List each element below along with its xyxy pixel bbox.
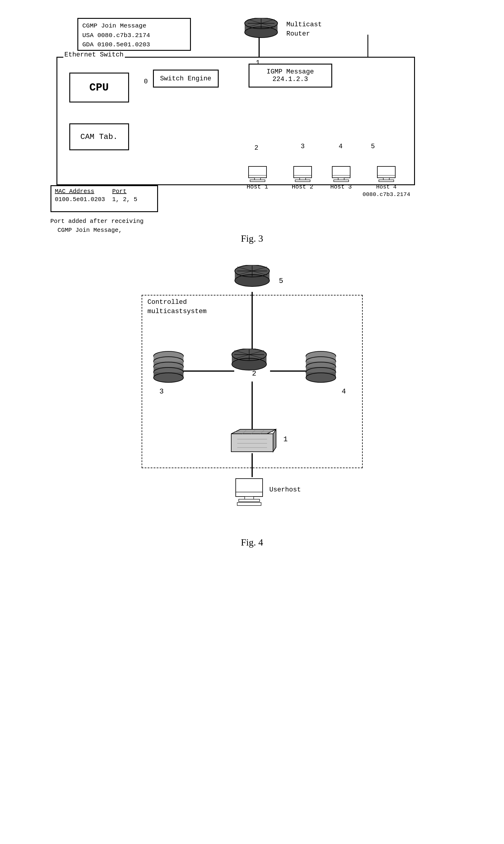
ethernet-switch-label: Ethernet Switch (63, 51, 125, 58)
fig3-container: CGMP Join Message USA 0080.c7b3.2174 GDA… (43, 18, 461, 244)
svg-rect-44 (334, 180, 349, 182)
node2 (228, 349, 270, 376)
mac-col-header: MAC Address (55, 188, 94, 195)
fig4-caption: Fig. 4 (43, 537, 461, 548)
node3 (150, 349, 186, 386)
cam-box: CAM Tab. (69, 123, 129, 150)
svg-marker-91 (273, 429, 276, 452)
host-4-group: Host 4 0080.c7b3.2174 (363, 166, 411, 198)
svg-rect-36 (250, 180, 265, 182)
switch-engine-label: Switch Engine (160, 75, 212, 83)
node1 (225, 428, 279, 459)
mac-table-row: 0100.5e01.0203 1, 2, 5 (55, 196, 154, 203)
fig4-diagram: Controlled multicastsystem (118, 262, 386, 531)
node4-label: 4 (342, 388, 346, 396)
svg-rect-42 (332, 166, 350, 178)
cam-label: CAM Tab. (80, 132, 118, 141)
node5 (231, 265, 273, 292)
host-1-group: Host 1 (247, 166, 268, 190)
host-2-label: Host 2 (292, 183, 313, 190)
svg-rect-38 (294, 166, 311, 178)
host-2-group: Host 2 (292, 166, 313, 190)
igmp-box: IGMP Message 224.1.2.3 (249, 64, 332, 88)
cgmp-box: CGMP Join Message USA 0080.c7b3.2174 GDA… (77, 18, 191, 51)
fig4-container: Controlled multicastsystem (43, 262, 461, 548)
port-0-label: 0 (144, 78, 148, 86)
port-added-text: Port added after receiving CGMP Join Mes… (51, 217, 144, 235)
igmp-text-line1: IGMP Message (267, 68, 314, 76)
cgmp-text: CGMP Join Message USA 0080.c7b3.2174 GDA… (83, 21, 186, 50)
host-3-label: Host 3 (330, 183, 352, 190)
port-col-header: Port (112, 188, 127, 195)
svg-rect-34 (249, 166, 267, 178)
svg-point-71 (154, 373, 183, 382)
port-2-label: 2 (254, 144, 258, 152)
mac-table-box: MAC Address Port 0100.5e01.0203 1, 2, 5 (51, 185, 158, 212)
node3-label: 3 (160, 388, 164, 396)
node4 (303, 349, 339, 386)
port-5-label: 5 (371, 143, 375, 150)
svg-rect-40 (295, 180, 310, 182)
ethernet-switch-box: Ethernet Switch CPU CAM Tab. Switch Engi… (56, 57, 415, 185)
svg-rect-99 (236, 479, 263, 497)
port-4-label: 4 (339, 143, 343, 150)
controlled-label: Controlled multicastsystem (148, 298, 207, 317)
svg-point-88 (306, 373, 336, 382)
host-1-label: Host 1 (247, 183, 268, 190)
node5-label: 5 (279, 277, 283, 285)
multicast-router-label: Multicast Router (287, 20, 322, 39)
node1-label: 1 (284, 435, 288, 443)
userhost: Userhost (231, 477, 267, 508)
userhost-label: Userhost (269, 486, 301, 493)
cpu-label: CPU (89, 82, 109, 94)
svg-rect-103 (237, 503, 261, 505)
host-4-label: Host 4 0080.c7b3.2174 (363, 183, 411, 198)
mac-table-header: MAC Address Port (55, 188, 154, 195)
igmp-text-line2: 224.1.2.3 (272, 76, 308, 83)
router-icon (242, 18, 281, 43)
port-3-label: 3 (301, 143, 305, 150)
svg-rect-46 (377, 166, 395, 178)
host-3-group: Host 3 (330, 166, 352, 190)
fig3-diagram: CGMP Join Message USA 0080.c7b3.2174 GDA… (51, 18, 454, 227)
page: CGMP Join Message USA 0080.c7b3.2174 GDA… (0, 0, 504, 844)
cpu-box: CPU (69, 73, 129, 103)
svg-rect-102 (239, 499, 259, 502)
switch-engine-box: Switch Engine (153, 70, 219, 88)
node2-label: 2 (252, 370, 256, 378)
svg-rect-48 (379, 180, 394, 182)
svg-rect-89 (231, 434, 273, 452)
